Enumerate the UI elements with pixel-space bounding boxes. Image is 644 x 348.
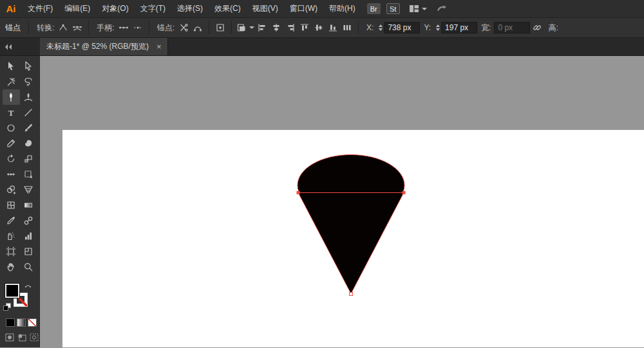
scale-icon [23, 154, 33, 164]
slice-icon [23, 246, 33, 257]
separator [209, 21, 209, 34]
x-stepper[interactable] [379, 24, 383, 31]
show-handles-icon [118, 23, 129, 33]
menu-type[interactable]: 文字(T) [135, 0, 171, 17]
convert-smooth-button[interactable] [70, 21, 84, 34]
document-view[interactable] [40, 56, 644, 347]
symbol-sprayer-tool[interactable] [3, 228, 20, 244]
line-segment-tool[interactable] [20, 105, 37, 120]
pen-tool[interactable] [3, 89, 20, 105]
y-stepper[interactable] [436, 24, 440, 31]
align-to-dropdown[interactable] [236, 21, 255, 34]
width-field[interactable]: 0 px [494, 22, 530, 33]
align-bottom-button[interactable] [326, 21, 340, 34]
align-left-button[interactable] [255, 21, 269, 34]
menu-effect[interactable]: 效果(C) [209, 0, 247, 17]
selection-arrow-icon [6, 61, 16, 71]
menu-view[interactable]: 视图(V) [247, 0, 284, 17]
magic-wand-tool[interactable] [3, 74, 20, 89]
isolate-icon [215, 23, 225, 33]
selection-tool[interactable] [3, 59, 20, 74]
distribute-button[interactable] [340, 21, 354, 34]
menu-window[interactable]: 窗口(W) [284, 0, 323, 17]
pencil-tool[interactable] [3, 136, 20, 151]
align-horizontal-center-button[interactable] [269, 21, 283, 34]
workspace-icon [409, 4, 419, 14]
hide-handles-button[interactable] [131, 21, 145, 34]
direct-selection-tool[interactable] [20, 59, 37, 74]
handles-label: 手柄: [97, 23, 114, 33]
align-bottom-icon [328, 23, 338, 33]
swap-fill-stroke-icon[interactable] [24, 282, 32, 291]
menu-edit[interactable]: 编辑(E) [59, 0, 96, 17]
shape-builder-tool[interactable] [3, 182, 20, 197]
lasso-tool[interactable] [20, 74, 37, 89]
align-top-button[interactable] [298, 21, 312, 34]
zoom-tool[interactable] [20, 259, 37, 275]
free-transform-tool[interactable] [20, 167, 37, 182]
type-tool[interactable]: T [3, 105, 20, 120]
gradient-tool[interactable] [20, 197, 37, 213]
menu-file[interactable]: 文件(F) [22, 0, 59, 17]
bridge-button[interactable]: Br [367, 3, 381, 14]
paintbrush-tool[interactable] [20, 120, 37, 136]
context-title: 锚点 [5, 23, 21, 33]
artboard-tool[interactable] [3, 244, 20, 259]
menu-select[interactable]: 选择(S) [171, 0, 209, 17]
stock-button[interactable]: St [386, 3, 400, 14]
curvature-tool[interactable] [20, 89, 37, 105]
menu-object[interactable]: 对象(O) [96, 0, 134, 17]
hand-tool[interactable] [3, 259, 20, 275]
x-field[interactable]: 738 px [384, 22, 420, 33]
align-right-icon [285, 23, 296, 33]
rotate-tool[interactable] [3, 151, 20, 167]
scale-tool[interactable] [20, 151, 37, 167]
drawing-mode-buttons [5, 333, 39, 342]
anchor-point-bottom [350, 293, 353, 296]
share-button[interactable] [436, 4, 448, 14]
y-field[interactable]: 197 px [441, 22, 477, 33]
cut-path-button[interactable] [176, 21, 191, 34]
perspective-grid-icon [23, 185, 33, 195]
draw-inside-icon[interactable] [30, 333, 39, 342]
workspace-switcher[interactable] [409, 4, 427, 14]
slice-tool[interactable] [20, 244, 37, 259]
eyedropper-icon [6, 215, 16, 226]
align-vertical-center-button[interactable] [312, 21, 326, 34]
default-fill-stroke-icon[interactable] [3, 303, 11, 313]
isolate-object-button[interactable] [213, 21, 227, 34]
artboard-icon [6, 246, 16, 257]
draw-behind-icon[interactable] [17, 333, 26, 342]
column-graph-tool[interactable] [20, 228, 37, 244]
y-label: Y: [424, 23, 431, 32]
close-tab-icon[interactable]: × [156, 42, 162, 51]
connect-anchors-button[interactable] [191, 21, 205, 34]
ellipse-tool[interactable] [3, 120, 20, 136]
show-handles-button[interactable] [117, 21, 131, 34]
collapse-panel-icon[interactable] [4, 43, 13, 51]
blend-tool[interactable] [20, 213, 37, 228]
none-button[interactable] [28, 318, 37, 327]
width-tool[interactable] [3, 167, 20, 182]
draw-normal-icon[interactable] [5, 333, 14, 342]
menu-help[interactable]: 帮助(H) [323, 0, 361, 17]
perspective-grid-tool[interactable] [20, 182, 37, 197]
separator [231, 21, 232, 34]
distribute-icon [342, 23, 352, 33]
eyedropper-tool[interactable] [3, 213, 20, 228]
canvas-area[interactable] [40, 56, 644, 347]
document-tab[interactable]: 未标题-1* @ 52% (RGB/预览) × [40, 38, 168, 55]
scissors-icon [178, 23, 189, 33]
constrain-proportions-button[interactable] [530, 21, 544, 34]
align-left-icon [257, 23, 267, 33]
convert-corner-button[interactable] [56, 21, 70, 34]
illustrator-logo: Ai [0, 3, 22, 14]
color-button[interactable] [6, 318, 15, 327]
blob-brush-tool[interactable] [20, 136, 37, 151]
fill-color-swatch[interactable] [5, 284, 19, 298]
mesh-tool[interactable] [3, 197, 20, 213]
align-right-button[interactable] [283, 21, 298, 34]
chevron-down-icon [249, 26, 254, 29]
align-hcenter-icon [271, 23, 281, 33]
gradient-button[interactable] [17, 318, 26, 327]
